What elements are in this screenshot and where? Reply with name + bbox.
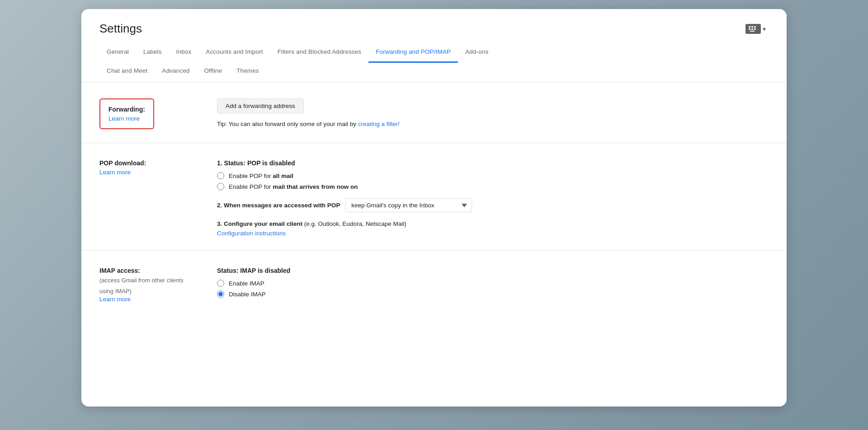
svg-rect-2 — [754, 26, 756, 28]
imap-radio-enable-input[interactable] — [217, 280, 224, 287]
tip-static-text: Tip: You can also forward only some of y… — [217, 121, 356, 127]
configure-client-label: 3. Configure your email client — [217, 220, 302, 227]
svg-rect-6 — [750, 31, 755, 32]
pop-access-dropdown[interactable]: keep Gmail's copy in the Inbox mark Gmai… — [345, 198, 472, 212]
tabs-row-1: General Labels Inbox Accounts and Import… — [99, 44, 769, 63]
configure-client-sub: (e.g. Outlook, Eudora, Netscape Mail) — [304, 220, 406, 227]
forwarding-highlight-box: Forwarding: Learn more — [99, 98, 154, 129]
pop-learn-more[interactable]: Learn more — [99, 169, 131, 176]
forwarding-title: Forwarding: — [108, 106, 145, 113]
pop-label: POP download: Learn more — [99, 159, 217, 176]
tab-general[interactable]: General — [99, 44, 136, 63]
tab-chat[interactable]: Chat and Meet — [99, 63, 155, 82]
forwarding-content: Add a forwarding address Tip: You can al… — [217, 98, 769, 127]
tab-offline[interactable]: Offline — [197, 63, 229, 82]
imap-radio-disable: Disable IMAP — [217, 290, 769, 298]
pop-section3: 3. Configure your email client (e.g. Out… — [217, 220, 769, 237]
keyboard-icon — [745, 24, 761, 34]
tab-themes[interactable]: Themes — [229, 63, 266, 82]
imap-radio-disable-label[interactable]: Disable IMAP — [229, 291, 266, 298]
add-forwarding-button[interactable]: Add a forwarding address — [217, 98, 304, 113]
creating-filter-link[interactable]: creating a filter! — [358, 121, 400, 127]
imap-status-text: Status: IMAP is disabled — [217, 267, 769, 274]
pop-status-text: 1. Status: POP is disabled — [217, 159, 769, 167]
imap-learn-more[interactable]: Learn more — [99, 296, 131, 303]
pop-section2: 2. When messages are accessed with POP k… — [217, 198, 769, 212]
svg-rect-3 — [749, 28, 750, 30]
tab-inbox[interactable]: Inbox — [169, 44, 199, 63]
imap-radio-disable-input[interactable] — [217, 290, 224, 298]
tab-forwarding[interactable]: Forwarding and POP/IMAP — [368, 44, 458, 63]
forwarding-learn-more[interactable]: Learn more — [108, 115, 140, 122]
imap-section: IMAP access: (access Gmail from other cl… — [81, 251, 787, 316]
chevron-down-icon: ▾ — [763, 25, 766, 33]
pop-section: POP download: Learn more 1. Status: POP … — [81, 143, 787, 251]
forwarding-tip: Tip: You can also forward only some of y… — [217, 121, 769, 127]
tab-labels[interactable]: Labels — [136, 44, 169, 63]
pop-title: POP download: — [99, 159, 203, 167]
pop-radio-all-mail: Enable POP for all mail — [217, 172, 769, 179]
pop-radio-all-label[interactable]: Enable POP for all mail — [229, 173, 293, 179]
imap-content: Status: IMAP is disabled Enable IMAP Dis… — [217, 267, 769, 301]
page-title: Settings — [99, 22, 142, 36]
forwarding-label: Forwarding: Learn more — [99, 98, 217, 129]
forwarding-section: Forwarding: Learn more Add a forwarding … — [81, 82, 787, 143]
pop-content: 1. Status: POP is disabled Enable POP fo… — [217, 159, 769, 237]
imap-radio-enable: Enable IMAP — [217, 280, 769, 287]
tab-addons[interactable]: Add-ons — [458, 44, 495, 63]
settings-header-top: Settings ▾ — [99, 22, 769, 36]
svg-rect-5 — [754, 28, 756, 30]
tab-accounts[interactable]: Accounts and Import — [198, 44, 270, 63]
imap-sub2: using IMAP) — [99, 287, 203, 296]
pop-radio-from-now: Enable POP for mail that arrives from no… — [217, 183, 769, 190]
tab-advanced[interactable]: Advanced — [155, 63, 197, 82]
settings-container: Settings ▾ General Labels — [81, 9, 787, 407]
settings-header: Settings ▾ General Labels — [81, 9, 787, 82]
pop-radio-all-input[interactable] — [217, 172, 224, 179]
svg-rect-1 — [751, 26, 753, 28]
pop-radio-now-label[interactable]: Enable POP for mail that arrives from no… — [229, 183, 358, 190]
pop-radio-now-input[interactable] — [217, 183, 224, 190]
tabs-row-2: Chat and Meet Advanced Offline Themes — [99, 63, 769, 82]
imap-label: IMAP access: (access Gmail from other cl… — [99, 267, 217, 303]
tab-filters[interactable]: Filters and Blocked Addresses — [270, 44, 369, 63]
imap-radio-enable-label[interactable]: Enable IMAP — [229, 280, 264, 287]
svg-rect-0 — [749, 26, 750, 28]
configuration-instructions-link[interactable]: Configuration instructions — [217, 230, 769, 237]
keyboard-shortcut-button[interactable]: ▾ — [743, 22, 769, 36]
imap-sub1: (access Gmail from other clients — [99, 276, 203, 285]
settings-body: Forwarding: Learn more Add a forwarding … — [81, 82, 787, 334]
imap-title: IMAP access: — [99, 267, 203, 274]
svg-rect-4 — [751, 28, 753, 30]
pop-section2-label: 2. When messages are accessed with POP — [217, 202, 340, 209]
